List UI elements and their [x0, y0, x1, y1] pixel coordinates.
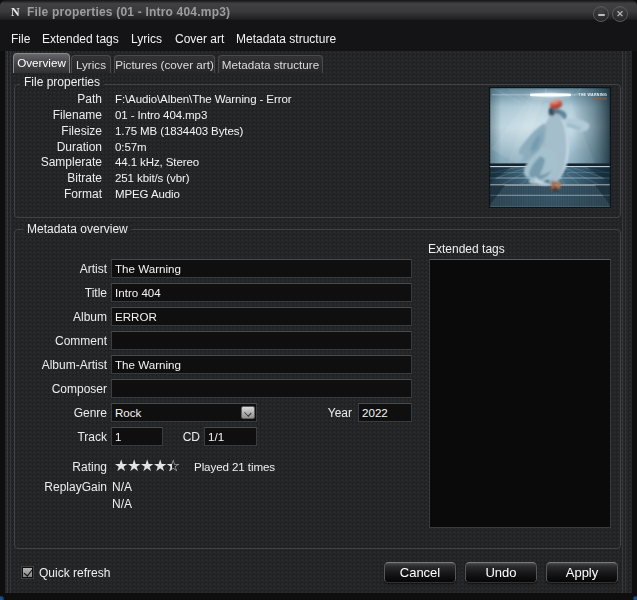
svg-text:ERROR: ERROR [593, 97, 607, 101]
